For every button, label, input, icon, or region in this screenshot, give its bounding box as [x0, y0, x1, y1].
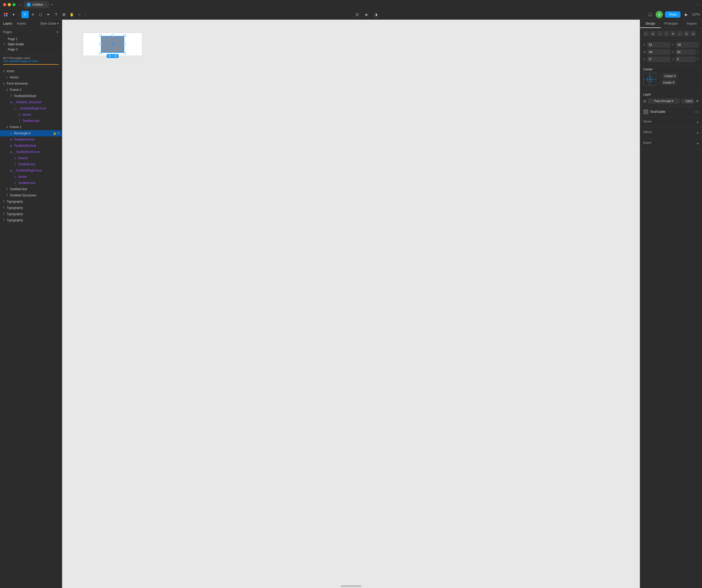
- canvas[interactable]: + 44 × 34: [62, 20, 640, 588]
- handle-top-mid[interactable]: [112, 34, 114, 36]
- export-add-button[interactable]: +: [697, 141, 699, 146]
- layer-item-textfield-text-2[interactable]: T Textfield text: [0, 161, 62, 167]
- layer-item-typography-4[interactable]: T Typography: [0, 217, 62, 223]
- visibility-toggle[interactable]: 👁: [696, 99, 699, 103]
- frame-tool[interactable]: #: [29, 11, 36, 18]
- distribute-h-button[interactable]: ⊞: [684, 31, 689, 36]
- align-center-v-button[interactable]: ⊠: [670, 31, 676, 36]
- fullscreen-button[interactable]: [12, 3, 15, 6]
- handle-top-right[interactable]: [124, 34, 126, 36]
- layer-item-vector-3[interactable]: ⊙ Vector: [0, 173, 62, 180]
- effects-add-button[interactable]: +: [697, 131, 699, 135]
- h-spinner[interactable]: ▲ ▼: [697, 50, 699, 54]
- layer-item-textfield-text-4[interactable]: T Textfield text: [0, 186, 62, 192]
- w-input[interactable]: [648, 49, 671, 55]
- layer-item-textfield-structures[interactable]: T Textfield Structures: [0, 192, 62, 199]
- layer-item-search[interactable]: ⊙ Search: [0, 155, 62, 161]
- constraint-h-dropdown[interactable]: Center ▾: [663, 74, 677, 79]
- minimize-button[interactable]: [8, 3, 11, 6]
- tab-assets[interactable]: Assets: [17, 22, 26, 25]
- handle-mid-left[interactable]: [99, 43, 102, 45]
- layer-item-frame2[interactable]: # Frame 2: [0, 87, 62, 93]
- layer-item-typography-3[interactable]: T Typography: [0, 211, 62, 217]
- cursor-tool-dropdown[interactable]: ▾: [10, 11, 17, 18]
- layer-section-form[interactable]: # Form Elements: [0, 81, 62, 87]
- stroke-add-button[interactable]: +: [697, 120, 699, 125]
- main-menu-button[interactable]: [2, 11, 9, 18]
- handle-bottom-left[interactable]: [99, 52, 102, 54]
- select-tool[interactable]: ↖: [21, 11, 29, 18]
- fill-remove-button[interactable]: —: [695, 109, 699, 114]
- frame-box[interactable]: + 44 × 34: [83, 33, 142, 56]
- align-left-button[interactable]: ⊢: [643, 31, 649, 36]
- handle-mid-right[interactable]: [124, 43, 126, 45]
- text-tool[interactable]: T: [52, 11, 60, 18]
- layer-item-textfield-right-icon-2[interactable]: ⊞ _Textfield/Right Icon: [0, 167, 62, 173]
- constraint-v-dropdown[interactable]: Center ▾: [662, 80, 676, 85]
- page-item-2[interactable]: ✓ Style Guide: [3, 42, 59, 47]
- layer-item-typography-2[interactable]: T Typography: [0, 205, 62, 211]
- style-guide-button[interactable]: Style Guide ▾: [40, 22, 59, 25]
- current-tab[interactable]: F Untitled ×: [24, 1, 49, 8]
- contrast-icon-center[interactable]: ◑: [372, 11, 379, 18]
- add-page-button[interactable]: +: [56, 30, 59, 34]
- component-icon-center[interactable]: ⊡: [354, 11, 361, 18]
- tab-design[interactable]: Design: [640, 20, 661, 28]
- comment-tool[interactable]: ○: [76, 11, 83, 18]
- tab-layers[interactable]: Layers: [3, 22, 12, 25]
- upsell-link[interactable]: Get unlimited pages & more: [3, 60, 59, 63]
- tab-close-icon[interactable]: ×: [44, 3, 46, 6]
- opacity-input[interactable]: [681, 99, 694, 104]
- h-input[interactable]: [676, 49, 696, 55]
- selected-rectangle[interactable]: + 44 × 34: [101, 36, 124, 53]
- layer-item-textfield-left-icon[interactable]: ⊞ _Textfield/Left Icon: [0, 149, 62, 155]
- visibility-icon[interactable]: 👁: [57, 132, 60, 135]
- layer-item-textfield-right-icon[interactable]: ◇ _Textfield/Right Icon: [0, 105, 62, 112]
- avatar[interactable]: G: [656, 11, 663, 18]
- close-button[interactable]: [3, 3, 6, 6]
- align-top-button[interactable]: ⊤: [664, 31, 669, 36]
- x-input[interactable]: [648, 42, 671, 47]
- play-button[interactable]: ▶: [683, 11, 690, 18]
- corner-spinner[interactable]: ▲ ▼: [697, 57, 699, 61]
- fill-swatch[interactable]: [643, 109, 649, 114]
- handle-bottom-right[interactable]: [124, 52, 126, 54]
- more-options-icon[interactable]: ···: [696, 2, 699, 7]
- layer-item-rect8[interactable]: ◻ Rectangle 8 🔒 👁: [0, 130, 62, 136]
- layer-item-frame1[interactable]: # Frame 1: [0, 124, 62, 130]
- layer-item-typography-1[interactable]: T Typography: [0, 199, 62, 205]
- align-center-h-button[interactable]: ⊟: [650, 31, 656, 36]
- tab-prototype[interactable]: Prototype: [661, 20, 682, 28]
- layer-item-textfield-default-1[interactable]: T Textfield/Default: [0, 93, 62, 99]
- pen-tool[interactable]: ✒: [45, 11, 52, 18]
- handle-top-left[interactable]: [99, 34, 102, 36]
- lock-icon[interactable]: 🔒: [53, 132, 56, 135]
- align-right-button[interactable]: ⊣: [657, 31, 663, 36]
- h-spin-down[interactable]: ▼: [697, 52, 699, 54]
- assets-icon-center[interactable]: ◈: [363, 11, 370, 18]
- component-tool[interactable]: ⊞: [60, 11, 68, 18]
- corner-input[interactable]: [676, 56, 696, 62]
- corner-spin-down[interactable]: ▼: [697, 59, 699, 61]
- layer-item-textfield-active[interactable]: ⊞ Textfield/Active: [0, 136, 62, 143]
- page-item-3[interactable]: Page 2: [3, 47, 59, 52]
- share-button[interactable]: Share: [665, 11, 681, 18]
- hand-tool[interactable]: ✋: [68, 11, 75, 18]
- layer-item-vector-2[interactable]: ⊙ Vector: [0, 112, 62, 118]
- layer-item-textfield-default-2[interactable]: ⊞ Textfield/Default: [0, 143, 62, 149]
- home-icon[interactable]: ⌂: [20, 3, 22, 7]
- layer-section-icons[interactable]: # Icons: [0, 68, 62, 74]
- align-bottom-button[interactable]: ⊥: [677, 31, 683, 36]
- tab-inspect[interactable]: Inspect: [681, 20, 702, 28]
- shape-tool[interactable]: ◻: [37, 11, 44, 18]
- rotation-input[interactable]: [648, 56, 671, 62]
- collab-icon[interactable]: 🎧: [647, 11, 654, 18]
- y-input[interactable]: [676, 42, 699, 47]
- zoom-level[interactable]: 187%: [692, 13, 700, 16]
- horizontal-scrollbar[interactable]: [341, 585, 361, 587]
- layer-item-textfield-structure[interactable]: ⊞ _Textfield_Structure: [0, 99, 62, 105]
- new-tab-button[interactable]: +: [50, 2, 53, 7]
- layer-item-textfield-text-3[interactable]: T Textfield text: [0, 180, 62, 186]
- layer-item-vector-1[interactable]: ⊳ Vector: [0, 74, 62, 81]
- distribute-v-button[interactable]: ⊟: [690, 31, 696, 36]
